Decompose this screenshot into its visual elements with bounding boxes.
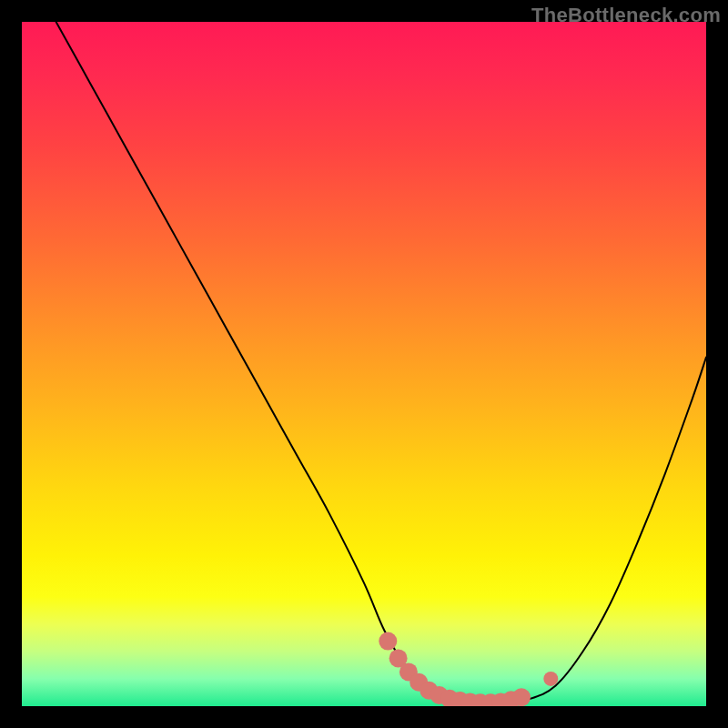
curve-svg	[22, 22, 706, 706]
curve-marker	[379, 632, 397, 651]
plot-area	[22, 22, 706, 706]
chart-stage: TheBottleneck.com	[0, 0, 728, 728]
curve-marker-group	[379, 632, 558, 706]
bottleneck-curve-line	[56, 22, 706, 703]
curve-marker	[512, 688, 531, 706]
curve-marker	[543, 672, 558, 686]
